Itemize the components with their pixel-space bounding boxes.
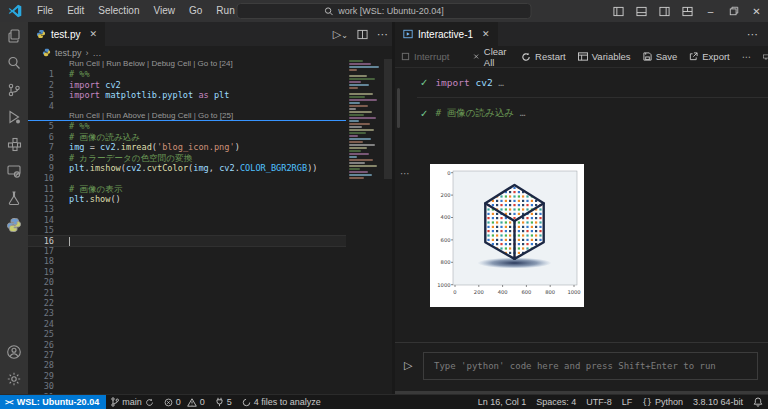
panel-more-actions-icon[interactable]: ⋯ <box>747 22 758 46</box>
minimap[interactable] <box>346 59 384 254</box>
accounts-icon[interactable] <box>0 338 28 365</box>
toggle-sidebar-icon[interactable] <box>607 0 630 22</box>
toggle-panel-icon[interactable] <box>630 0 653 22</box>
minimize-button[interactable]: – <box>699 0 722 22</box>
menu-file[interactable]: File <box>30 0 60 22</box>
code-line[interactable]: 30 <box>28 381 346 391</box>
code-line[interactable]: 20 <box>28 277 346 287</box>
interrupt-button[interactable]: Interrupt <box>401 51 449 62</box>
cursor-position[interactable]: Ln 16, Col 1 <box>473 395 532 409</box>
code-line[interactable]: 25 <box>28 329 346 339</box>
code-line[interactable]: 29 <box>28 371 346 381</box>
editor-more-actions-icon[interactable]: ⋯ <box>377 28 388 41</box>
code-line[interactable]: 17 <box>28 246 346 256</box>
code-line[interactable]: 11# 画像の表示 <box>28 184 346 194</box>
code-line[interactable]: 3import matplotlib.pyplot as plt <box>28 90 346 100</box>
eol-sequence[interactable]: LF <box>617 395 638 409</box>
code-line[interactable]: 14 <box>28 215 346 225</box>
breadcrumb-file[interactable]: test.py <box>55 48 82 58</box>
remote-explorer-icon[interactable] <box>0 157 28 184</box>
run-and-debug-icon[interactable] <box>0 103 28 130</box>
code-line[interactable]: 18 <box>28 256 346 266</box>
problems-indicator[interactable]: 0 0 <box>159 395 210 409</box>
testing-icon[interactable] <box>0 184 28 211</box>
menu-selection[interactable]: Selection <box>91 0 146 22</box>
tab-test-py[interactable]: test.py ✕ <box>28 22 106 46</box>
kernel-picker[interactable]: Python 3.8.10 <box>763 46 768 68</box>
python-extension-icon[interactable] <box>0 211 28 238</box>
menu-view[interactable]: View <box>147 0 183 22</box>
indentation[interactable]: Spaces: 4 <box>531 395 581 409</box>
code-line[interactable]: 9plt.imshow(cv2.cvtColor(img, cv2.COLOR_… <box>28 163 346 173</box>
export-button[interactable]: Export <box>689 51 729 62</box>
notifications-bell[interactable] <box>748 395 768 409</box>
codelens-actions[interactable]: Run Cell | Run Below | Debug Cell | Go t… <box>28 59 346 69</box>
code-line[interactable]: 22 <box>28 298 346 308</box>
editor-scrollbar[interactable] <box>384 59 392 394</box>
cell-2[interactable]: ✓ # 画像の読み込み … <box>395 106 768 120</box>
code-line[interactable]: 16 <box>28 236 346 246</box>
minimap-code-block <box>349 108 356 110</box>
breadcrumb-symbol[interactable]: … <box>93 48 102 58</box>
tab-interactive-1[interactable]: Interactive-1 ✕ <box>395 22 499 46</box>
save-button[interactable]: Save <box>643 51 678 62</box>
cells-scrollbar-thumb[interactable] <box>397 88 400 128</box>
code-line[interactable]: 21 <box>28 288 346 298</box>
code-line[interactable]: 12plt.show() <box>28 194 346 204</box>
settings-gear-icon[interactable] <box>0 365 28 392</box>
command-center-search[interactable]: work [WSL: Ubuntu-20.04] <box>237 3 532 19</box>
toolbar-more-icon[interactable]: ⋯ <box>742 51 752 62</box>
restore-button[interactable] <box>722 0 745 22</box>
restart-button[interactable]: Restart <box>521 51 566 62</box>
code-line[interactable]: 10 <box>28 173 346 183</box>
tab-close-icon[interactable]: ✕ <box>482 29 490 39</box>
cell-code[interactable]: import cv2 … <box>435 77 504 88</box>
toggle-secondary-sidebar-icon[interactable] <box>653 0 676 22</box>
output-collapse-icon[interactable]: ⋯ <box>400 168 411 179</box>
remote-indicator[interactable]: >< WSL: Ubuntu-20.04 <box>0 395 106 409</box>
explorer-icon[interactable] <box>0 22 28 49</box>
menu-go[interactable]: Go <box>182 0 209 22</box>
ports-indicator[interactable]: 5 <box>210 395 237 409</box>
search-icon[interactable] <box>0 49 28 76</box>
code-line[interactable]: 28 <box>28 360 346 370</box>
close-button[interactable]: ✕ <box>745 0 768 22</box>
code-line[interactable]: 13 <box>28 204 346 214</box>
language-mode[interactable]: {} Python <box>637 395 688 409</box>
run-python-file-button[interactable]: ▷⌄ <box>333 28 348 41</box>
cell-1[interactable]: ✓ import cv2 … <box>395 75 768 89</box>
menu-edit[interactable]: Edit <box>60 0 91 22</box>
code-line[interactable]: 19 <box>28 267 346 277</box>
code-line[interactable]: 2import cv2 <box>28 80 346 90</box>
code-line[interactable]: 8# カラーデータの色空間の変換 <box>28 153 346 163</box>
codelens-actions[interactable]: Run Cell | Run Above | Debug Cell | Go t… <box>28 111 350 121</box>
code-line[interactable]: 5# %% <box>28 121 346 131</box>
variables-button[interactable]: Variables <box>578 51 631 62</box>
code-line[interactable]: 27 <box>28 350 346 360</box>
split-editor-icon[interactable] <box>357 29 368 40</box>
source-control-icon[interactable] <box>0 76 28 103</box>
analysis-indicator[interactable]: 4 files to analyze <box>237 395 326 409</box>
code-line[interactable]: 15 <box>28 225 346 235</box>
code-line[interactable]: 26 <box>28 340 346 350</box>
git-branch-indicator[interactable]: main <box>106 395 159 409</box>
code-line[interactable]: 4 <box>28 101 346 111</box>
clear-all-button[interactable]: Clear All <box>473 46 509 68</box>
code-line[interactable]: 1# %% <box>28 69 346 79</box>
python-interpreter[interactable]: 3.8.10 64-bit <box>688 395 748 409</box>
run-input-icon[interactable]: ▷ <box>404 359 412 372</box>
code-line[interactable]: 24 <box>28 319 346 329</box>
customize-layout-icon[interactable] <box>676 0 699 22</box>
minimap-code-block <box>349 147 367 149</box>
cell-code[interactable]: # 画像の読み込み … <box>435 107 525 120</box>
encoding[interactable]: UTF-8 <box>581 395 617 409</box>
interactive-code-input[interactable]: Type 'python' code here and press Shift+… <box>423 352 758 380</box>
code-editor[interactable]: Run Cell | Run Below | Debug Cell | Go t… <box>28 59 392 394</box>
code-line[interactable]: 7img = cv2.imread('blog_icon.png') <box>28 142 346 152</box>
code-line[interactable]: 23 <box>28 308 346 318</box>
tab-close-icon[interactable]: ✕ <box>89 29 97 39</box>
extensions-icon[interactable] <box>0 130 28 157</box>
breadcrumb[interactable]: test.py › … <box>28 46 392 59</box>
editor-scrollbar-thumb[interactable] <box>384 59 392 179</box>
code-line[interactable]: 6# 画像の読み込み <box>28 132 346 142</box>
